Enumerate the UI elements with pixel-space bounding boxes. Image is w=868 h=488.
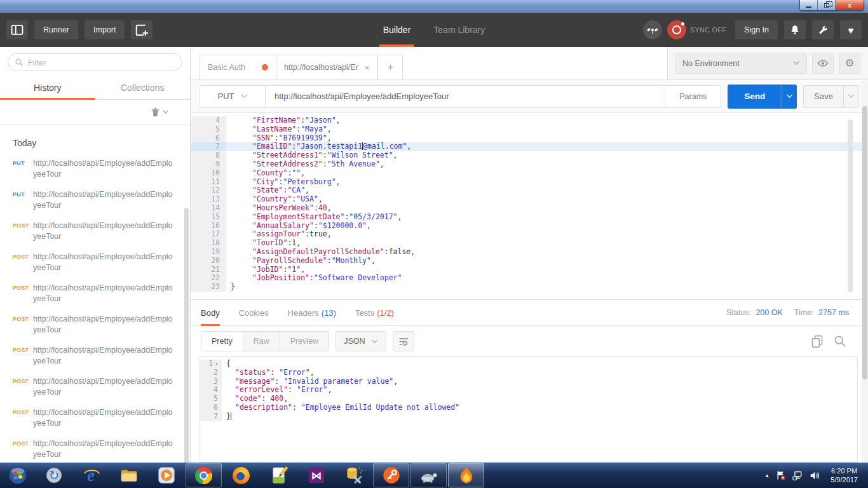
response-tab-headers[interactable]: Headers(13) (288, 300, 336, 325)
history-item[interactable]: POSThttp://localhost/api/Employee/addEmp… (0, 310, 190, 341)
tray-expand-icon[interactable]: ▲ (764, 473, 770, 478)
settings-wrench-button[interactable] (812, 20, 834, 39)
backup-restore-icon: ↻ (44, 466, 64, 485)
sidebar-scrollbar-thumb[interactable] (184, 208, 189, 463)
copy-icon[interactable] (811, 335, 824, 348)
request-tab[interactable]: http://localhost/api/Er× (276, 55, 377, 79)
nav-tab-builder[interactable]: Builder (383, 13, 411, 47)
view-toggle-raw[interactable]: Raw (243, 332, 280, 351)
sql-server-tools-taskbar-button[interactable] (336, 463, 372, 487)
code-line: 14"HoursPerWeek":40, (191, 204, 868, 213)
notepad-plus-plus-taskbar-button[interactable] (261, 463, 297, 487)
taskbar-clock[interactable]: 6:20 PM 5/9/2017 (827, 466, 862, 484)
history-item[interactable]: PUThttp://localhost/api/Employee/addEmpl… (0, 154, 190, 186)
view-toggle-preview[interactable]: Preview (280, 332, 329, 351)
response-tab-cookies[interactable]: Cookies (239, 300, 269, 325)
save-button[interactable]: Save (804, 86, 843, 107)
tortoise-svn-taskbar-button[interactable] (410, 463, 447, 487)
request-tab[interactable]: Basic Auth (200, 55, 276, 79)
import-button[interactable]: Import (85, 20, 125, 39)
wrap-lines-button[interactable] (393, 331, 414, 351)
code-token: "assignTour" (252, 229, 305, 238)
send-options-button[interactable] (782, 85, 797, 109)
interceptor-button[interactable] (643, 20, 662, 39)
window-controls: x (799, 0, 864, 11)
internet-explorer-taskbar-button[interactable]: e (73, 463, 109, 487)
search-response-icon[interactable] (834, 335, 846, 348)
volume-icon[interactable] (810, 471, 820, 480)
filter-input[interactable]: Filter (8, 53, 182, 71)
send-button[interactable]: Send (728, 85, 782, 109)
code-line: 1▾{ (200, 360, 857, 369)
history-item[interactable]: POSThttp://localhost/api/Employee/addEmp… (0, 279, 190, 310)
sidebar-tab-history[interactable]: History (0, 78, 95, 99)
visual-studio-taskbar-button[interactable]: ⋈ (298, 463, 334, 487)
network-icon[interactable] (792, 471, 803, 480)
method-select[interactable]: PUT (200, 85, 266, 108)
fold-caret-icon[interactable]: ▾ (215, 360, 218, 369)
settings-button[interactable]: ⚙ (839, 53, 860, 74)
close-button[interactable]: x (836, 0, 864, 10)
sync-button[interactable] (667, 20, 686, 39)
sync-orbit-icon (672, 25, 681, 34)
notifications-button[interactable] (784, 20, 806, 39)
chrome-taskbar-button[interactable] (186, 463, 222, 487)
windows-explorer-taskbar-button[interactable] (111, 463, 147, 487)
save-options-button[interactable] (843, 86, 858, 107)
new-tab-button[interactable] (131, 20, 153, 39)
open-new-tab-button[interactable]: + (377, 55, 403, 79)
request-body-editor[interactable]: 4"FirstName":"Jason",5"LastName":"Maya",… (191, 113, 868, 299)
response-tab-tests[interactable]: Tests(1/2) (355, 300, 394, 325)
sidebar-scrollbar[interactable] (184, 208, 189, 463)
trash-menu-chevron-icon[interactable] (163, 110, 168, 114)
format-select[interactable]: JSON (336, 331, 386, 351)
window-titlebar[interactable]: x (0, 0, 868, 13)
params-button[interactable]: Params (665, 86, 721, 107)
restore-button[interactable] (818, 0, 836, 10)
action-center-flag-icon[interactable] (776, 470, 786, 480)
favorites-button[interactable]: ♥ (840, 20, 862, 39)
view-toggle-pretty[interactable]: Pretty (201, 332, 243, 351)
main-scrollbar-thumb[interactable] (862, 106, 867, 379)
editor-scrollbar-thumb[interactable] (848, 119, 853, 292)
flame-app-taskbar-button[interactable] (448, 463, 484, 487)
postman-taskbar-button[interactable] (373, 463, 409, 487)
firefox-taskbar-button[interactable] (223, 463, 259, 487)
code-token: } (231, 282, 235, 291)
close-icon: x (848, 1, 851, 9)
runner-button[interactable]: Runner (34, 20, 78, 39)
sidebar-tab-collections[interactable]: Collections (95, 78, 191, 99)
main-scrollbar[interactable] (862, 81, 868, 463)
close-tab-icon[interactable]: × (365, 63, 370, 72)
code-token: "PayrollSchedule" (252, 256, 327, 265)
history-item[interactable]: POSThttp://localhost/api/Employee/addEmp… (0, 248, 190, 279)
start-button[interactable] (1, 463, 34, 487)
line-number-text: 21 (211, 266, 220, 274)
filter-placeholder: Filter (28, 58, 46, 67)
history-item[interactable]: POSThttp://localhost/api/Employee/addEmp… (0, 435, 190, 463)
nav-tab-team-library[interactable]: Team Library (433, 13, 485, 47)
sidebar-toggle-button[interactable] (6, 20, 28, 39)
code-token: , (367, 221, 371, 230)
environment-preview-button[interactable] (812, 53, 834, 74)
environment-select[interactable]: No Environment (675, 53, 807, 74)
history-item[interactable]: POSThttp://localhost/api/Employee/addEmp… (0, 403, 190, 435)
minimize-button[interactable] (800, 0, 818, 10)
sign-in-button[interactable]: Sign In (735, 20, 778, 39)
response-body-viewer[interactable]: 1▾{2"status": "Error",3"message": "Inval… (200, 356, 858, 463)
start-orb-icon (8, 466, 27, 485)
history-item[interactable]: POSThttp://localhost/api/Employee/addEmp… (0, 341, 190, 372)
code-token: false (389, 247, 411, 256)
line-number: 11 (191, 178, 226, 187)
backup-restore-taskbar-button[interactable]: ↻ (36, 463, 72, 487)
code-token: : (270, 368, 279, 377)
line-number: 18 (191, 239, 226, 248)
url-input[interactable]: http://localhost/api/Employee/addEmploye… (266, 86, 665, 107)
media-player-taskbar-button[interactable] (148, 463, 184, 487)
history-item[interactable]: PUThttp://localhost/api/Employee/addEmpl… (0, 186, 190, 217)
code-token: : (314, 221, 318, 230)
trash-icon[interactable] (151, 107, 160, 118)
response-tab-body[interactable]: Body (201, 300, 220, 325)
history-item[interactable]: POSThttp://localhost/api/Employee/addEmp… (0, 372, 190, 403)
history-item[interactable]: POSThttp://localhost/api/Employee/addEmp… (0, 217, 190, 248)
